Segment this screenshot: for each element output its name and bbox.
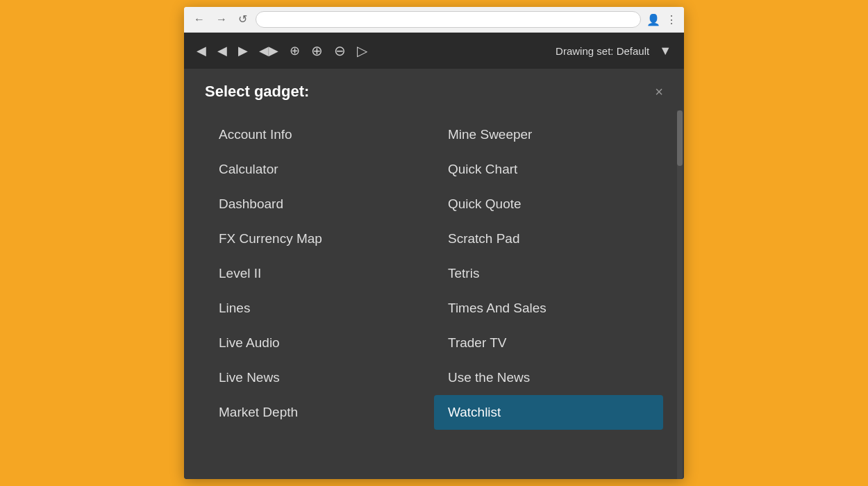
drawing-set-label: Drawing set: Default bbox=[556, 45, 649, 57]
gadget-item-lines[interactable]: Lines bbox=[205, 291, 434, 326]
toolbar-prev-button[interactable]: ◀ bbox=[195, 42, 208, 60]
gadget-item-live-audio[interactable]: Live Audio bbox=[205, 326, 434, 360]
dialog-header: Select gadget: × bbox=[205, 83, 663, 101]
gadget-grid: Account Info Mine Sweeper Calculator Qui… bbox=[205, 117, 663, 430]
toolbar-expand-button[interactable]: ▼ bbox=[658, 42, 673, 60]
gadget-item-tetris[interactable]: Tetris bbox=[434, 256, 663, 291]
toolbar-cursor-button[interactable]: ▷ bbox=[356, 41, 369, 60]
gadget-item-watchlist[interactable]: Watchlist bbox=[434, 395, 663, 430]
menu-icon[interactable]: ⋮ bbox=[666, 13, 677, 26]
gadget-item-quick-quote[interactable]: Quick Quote bbox=[434, 187, 663, 221]
toolbar-prev2-button[interactable]: ◀ bbox=[216, 42, 228, 60]
address-bar[interactable] bbox=[256, 11, 641, 28]
gadget-item-use-the-news[interactable]: Use the News bbox=[434, 360, 663, 395]
scrollbar-thumb[interactable] bbox=[677, 110, 683, 166]
gadget-item-market-depth[interactable]: Market Depth bbox=[205, 395, 434, 430]
dialog-title: Select gadget: bbox=[205, 83, 309, 101]
toolbar-crosshair-button[interactable]: ⊕ bbox=[288, 42, 301, 60]
gadget-item-fx-currency-map[interactable]: FX Currency Map bbox=[205, 221, 434, 256]
gadget-item-mine-sweeper[interactable]: Mine Sweeper bbox=[434, 117, 663, 152]
toolbar-next-button[interactable]: ▶ bbox=[237, 42, 249, 60]
gadget-item-times-and-sales[interactable]: Times And Sales bbox=[434, 291, 663, 326]
gadget-item-calculator[interactable]: Calculator bbox=[205, 152, 434, 187]
browser-chrome: ← → ↺ 👤 ⋮ bbox=[184, 7, 684, 33]
select-gadget-dialog: Select gadget: × Account Info Mine Sweep… bbox=[184, 69, 684, 479]
scrollbar-track bbox=[677, 110, 683, 479]
gadget-item-scratch-pad[interactable]: Scratch Pad bbox=[434, 221, 663, 256]
forward-button[interactable]: → bbox=[213, 12, 230, 26]
back-button[interactable]: ← bbox=[191, 12, 208, 26]
dialog-container: Select gadget: × Account Info Mine Sweep… bbox=[184, 69, 684, 479]
gadget-item-quick-chart[interactable]: Quick Chart bbox=[434, 152, 663, 187]
browser-window: ← → ↺ 👤 ⋮ ◀ ◀ ▶ ◀▶ ⊕ ⊕ ⊖ ▷ Drawing set: … bbox=[184, 7, 684, 479]
toolbar-split-button[interactable]: ◀▶ bbox=[258, 42, 280, 60]
close-button[interactable]: × bbox=[655, 85, 663, 99]
gadget-item-trader-tv[interactable]: Trader TV bbox=[434, 326, 663, 360]
gadget-item-account-info[interactable]: Account Info bbox=[205, 117, 434, 152]
gadget-item-live-news[interactable]: Live News bbox=[205, 360, 434, 395]
toolbar: ◀ ◀ ▶ ◀▶ ⊕ ⊕ ⊖ ▷ Drawing set: Default ▼ bbox=[184, 33, 684, 69]
gadget-item-level-ii[interactable]: Level II bbox=[205, 256, 434, 291]
toolbar-zoomout-button[interactable]: ⊖ bbox=[333, 41, 347, 60]
profile-icon[interactable]: 👤 bbox=[646, 13, 660, 26]
toolbar-zoomin-button[interactable]: ⊕ bbox=[310, 41, 324, 60]
reload-button[interactable]: ↺ bbox=[235, 12, 250, 26]
gadget-item-dashboard[interactable]: Dashboard bbox=[205, 187, 434, 221]
